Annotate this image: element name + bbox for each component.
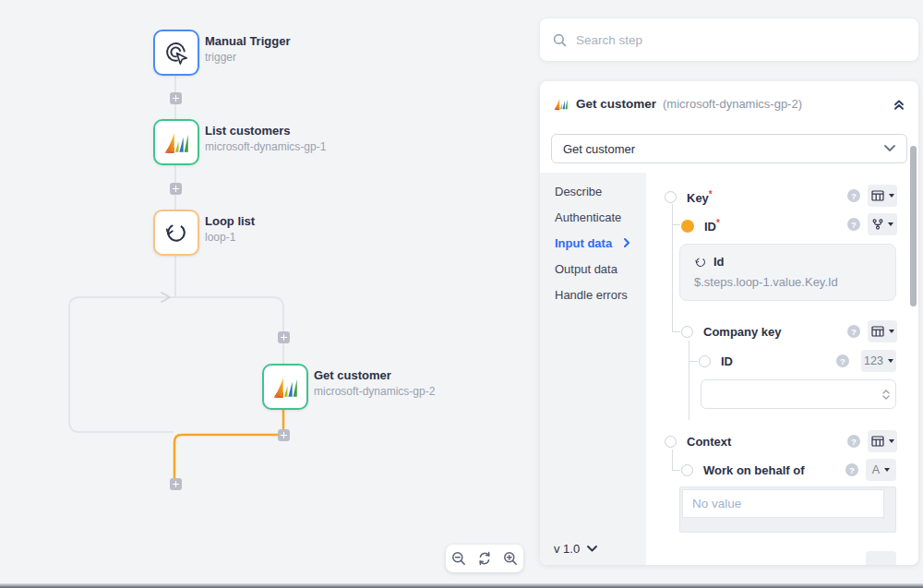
action-select[interactable]: Get customer <box>551 134 907 163</box>
tab-label: Output data <box>555 262 617 276</box>
node-subtitle: microsoft-dynamics-gp-1 <box>205 140 326 153</box>
node-title: Manual Trigger <box>205 34 290 48</box>
node-get-customer[interactable] <box>262 364 308 410</box>
field-toggle-active[interactable] <box>681 220 694 233</box>
node-label: Loop list loop-1 <box>205 214 255 244</box>
version-label: v 1.0 <box>554 542 580 556</box>
tab-handle-errors[interactable]: Handle errors <box>540 282 646 307</box>
tree-line <box>672 331 680 332</box>
tab-label: Describe <box>555 185 602 198</box>
behalf-input[interactable] <box>682 489 884 518</box>
field-toggle[interactable] <box>699 355 711 367</box>
node-label: Get customer microsoft-dynamics-gp-2 <box>314 368 435 398</box>
window-bottom-edge <box>0 583 923 588</box>
zoom-in-icon <box>503 551 518 566</box>
collapse-panel-button[interactable] <box>893 98 905 111</box>
field-row-work-on-behalf: Work on behalf of <box>681 463 805 477</box>
step-search-bar <box>540 18 918 61</box>
tree-line <box>672 224 680 225</box>
field-toggle[interactable] <box>665 436 677 448</box>
help-icon[interactable]: ? <box>836 354 849 367</box>
tab-authenticate[interactable]: Authenticate <box>540 204 646 230</box>
behalf-input-wrap <box>679 486 896 533</box>
node-subtitle: microsoft-dynamics-gp-2 <box>314 385 435 398</box>
node-title: List customers <box>205 124 326 138</box>
version-selector[interactable]: v 1.0 <box>554 542 597 556</box>
node-label: Manual Trigger trigger <box>205 34 290 64</box>
add-step-button[interactable] <box>278 429 290 441</box>
search-step-input[interactable] <box>576 33 905 47</box>
tree-line <box>672 470 680 471</box>
zoom-out-icon <box>451 551 466 566</box>
dynamics-gp-icon <box>553 97 569 111</box>
node-manual-trigger[interactable] <box>153 30 199 76</box>
table-icon <box>871 436 884 447</box>
field-label: ID* <box>704 218 720 234</box>
stepper-down-icon <box>882 395 890 400</box>
node-loop-list[interactable] <box>153 210 199 256</box>
field-label: ID <box>721 354 733 368</box>
help-icon[interactable]: ? <box>847 435 860 448</box>
help-icon[interactable]: ? <box>847 325 860 338</box>
next-field-type-button-partial[interactable] <box>866 551 896 565</box>
number-stepper[interactable] <box>882 390 890 400</box>
help-icon[interactable]: ? <box>847 189 860 202</box>
field-row-company-key: Company key <box>681 325 782 339</box>
caret-down-icon <box>889 194 894 198</box>
help-icon[interactable]: ? <box>845 463 858 476</box>
caret-down-icon <box>888 222 893 226</box>
workflow-canvas[interactable]: Manual Trigger trigger List customers mi… <box>0 0 540 588</box>
zoom-in-button[interactable] <box>497 545 523 572</box>
field-toggle[interactable] <box>665 191 677 203</box>
company-id-input[interactable] <box>701 388 882 402</box>
node-subtitle: trigger <box>205 51 290 64</box>
manual-trigger-icon <box>164 41 189 66</box>
chevron-down-icon <box>587 546 597 553</box>
dynamics-gp-icon <box>271 375 299 400</box>
tab-label: Input data <box>555 236 612 250</box>
action-select-value: Get customer <box>563 142 635 156</box>
chevron-down-icon <box>884 145 895 152</box>
step-config-header: Get customer (microsoft-dynamics-gp-2) <box>540 81 918 126</box>
panel-scrollbar[interactable] <box>910 146 917 306</box>
zoom-fit-button[interactable] <box>472 545 497 572</box>
field-type-button-key[interactable] <box>868 185 897 207</box>
tab-input-data[interactable]: Input data <box>540 230 646 256</box>
workflow-builder-app: Manual Trigger trigger List customers mi… <box>0 0 923 588</box>
refresh-icon <box>477 551 492 566</box>
node-title: Get customer <box>314 368 435 382</box>
field-row-company-id: ID <box>699 354 733 368</box>
add-step-button[interactable] <box>170 183 182 195</box>
double-chevron-up-icon <box>893 98 905 111</box>
field-row-id: ID* <box>681 218 720 234</box>
tree-line <box>689 361 698 362</box>
field-type-button-behalf[interactable]: A <box>866 459 896 481</box>
branch-icon <box>872 219 883 230</box>
canvas-zoom-toolbar <box>446 545 523 572</box>
reference-name: Id <box>713 255 725 269</box>
loop-icon <box>163 220 189 246</box>
field-label: Work on behalf of <box>703 463 805 477</box>
number-type-label: 123 <box>864 354 883 367</box>
connector-lines <box>0 0 540 588</box>
zoom-out-button[interactable] <box>446 545 472 572</box>
add-step-button[interactable] <box>170 92 182 104</box>
add-step-button[interactable] <box>278 331 290 343</box>
field-type-button-id[interactable] <box>868 213 897 235</box>
field-toggle[interactable] <box>681 326 693 338</box>
field-type-button-company-key[interactable] <box>868 320 897 342</box>
company-id-input-wrap <box>701 379 896 409</box>
caret-down-icon <box>884 468 890 472</box>
reference-path: $.steps.loop-1.value.Key.Id <box>694 275 881 289</box>
tab-describe[interactable]: Describe <box>540 178 646 204</box>
field-type-button-company-id[interactable]: 123 <box>861 350 896 372</box>
field-type-button-context[interactable] <box>868 430 897 452</box>
field-toggle[interactable] <box>681 464 693 476</box>
tab-output-data[interactable]: Output data <box>540 256 646 282</box>
help-icon[interactable]: ? <box>847 218 860 231</box>
tab-label: Handle errors <box>555 288 628 302</box>
caret-down-icon <box>889 439 894 443</box>
add-step-button[interactable] <box>170 478 182 490</box>
node-list-customers[interactable] <box>153 119 199 165</box>
reference-value-box[interactable]: Id $.steps.loop-1.value.Key.Id <box>679 244 896 301</box>
